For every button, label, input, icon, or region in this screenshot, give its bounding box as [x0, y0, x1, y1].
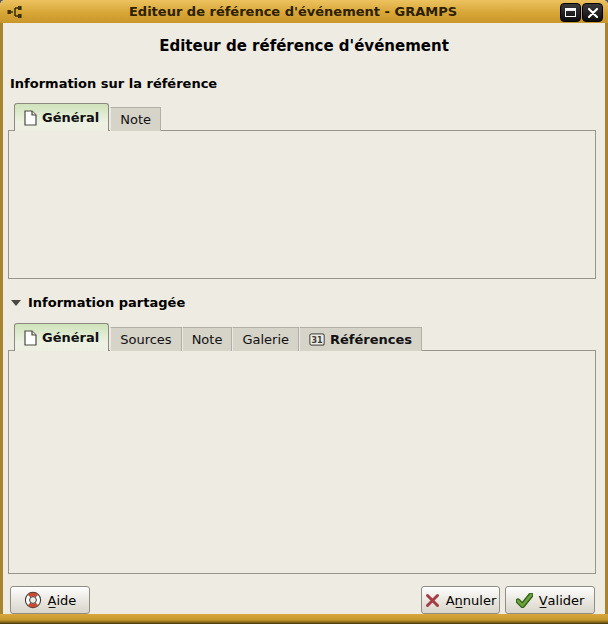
close-button[interactable]	[582, 3, 603, 22]
gramps-tree-icon	[7, 4, 23, 20]
ok-check-icon	[516, 593, 533, 608]
shared-section-heading: Information partagée	[28, 295, 185, 310]
help-button-label: A̲ide	[48, 593, 77, 608]
reference-tabs: Général Note	[14, 104, 161, 131]
references-icon: 31	[309, 333, 325, 346]
cancel-button[interactable]: An̲nuler	[421, 586, 500, 614]
ok-button-label: V̲alider	[539, 593, 585, 608]
dialog-body: Editeur de référence d'événement Informa…	[3, 23, 605, 614]
tab-label: Note	[120, 112, 151, 127]
tab-sources[interactable]: Sources	[110, 327, 181, 351]
titlebar[interactable]: Editeur de référence d'événement - GRAMP…	[0, 0, 608, 24]
window-border-bottom	[0, 614, 608, 624]
help-button[interactable]: A̲ide	[10, 586, 90, 614]
tab-general-reference[interactable]: Général	[14, 103, 109, 131]
reference-notebook-frame	[8, 130, 596, 279]
tab-label: Galerie	[242, 332, 289, 347]
tab-general-shared[interactable]: Général	[14, 323, 109, 351]
ok-button[interactable]: V̲alider	[505, 586, 595, 614]
help-lifering-icon	[24, 591, 42, 609]
shared-notebook-frame	[8, 350, 596, 574]
page-icon	[24, 110, 37, 126]
reference-section-heading: Information sur la référence	[10, 76, 217, 91]
expander-arrow-icon	[11, 300, 21, 306]
tab-references[interactable]: 31 Références	[299, 327, 422, 351]
maximize-button[interactable]	[560, 3, 581, 22]
cancel-button-label: An̲nuler	[446, 593, 497, 608]
svg-text:31: 31	[311, 336, 323, 345]
tab-label: Note	[192, 332, 223, 347]
shared-info-expander[interactable]: Information partagée	[11, 295, 185, 310]
event-reference-editor-window: Editeur de référence d'événement - GRAMP…	[0, 0, 608, 624]
tab-label: Général	[42, 110, 99, 125]
tab-label: Sources	[120, 332, 171, 347]
tab-note-reference[interactable]: Note	[110, 107, 161, 131]
shared-tabs: Général Sources Note Galerie 31 Référenc…	[14, 324, 422, 351]
tab-galerie[interactable]: Galerie	[232, 327, 299, 351]
tab-label: Références	[330, 332, 412, 347]
maximize-icon	[565, 8, 576, 17]
page-title: Editeur de référence d'événement	[3, 37, 605, 55]
window-title: Editeur de référence d'événement - GRAMP…	[30, 4, 556, 19]
close-icon	[588, 8, 598, 18]
tab-label: Général	[42, 330, 99, 345]
tab-note-shared[interactable]: Note	[182, 327, 233, 351]
cancel-x-icon	[425, 593, 440, 608]
page-icon	[24, 330, 37, 346]
